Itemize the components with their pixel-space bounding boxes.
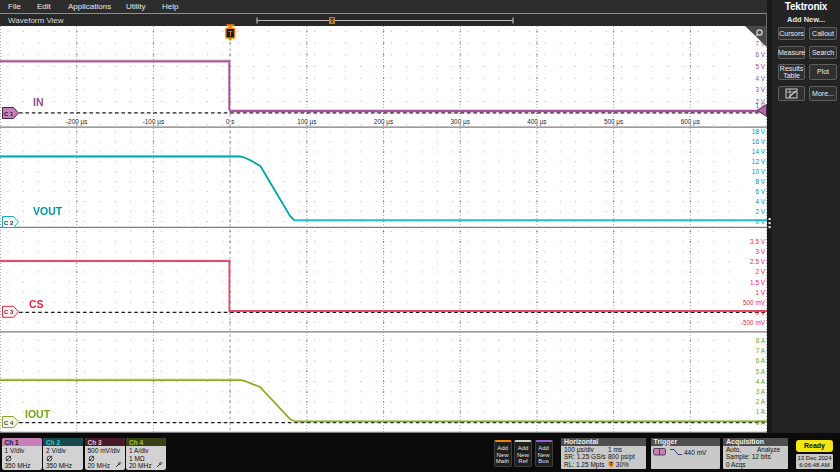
svg-text:1 A: 1 A	[756, 408, 766, 415]
svg-text:18 V: 18 V	[752, 128, 766, 135]
svg-text:VOUT: VOUT	[33, 205, 63, 217]
svg-text:IN: IN	[33, 96, 44, 108]
svg-text:8 A: 8 A	[756, 337, 766, 344]
svg-text:T: T	[610, 461, 613, 466]
svg-text:7 A: 7 A	[756, 347, 766, 354]
svg-text:4 V: 4 V	[755, 198, 765, 205]
svg-text:10 V: 10 V	[752, 168, 766, 175]
svg-text:4 V: 4 V	[755, 75, 765, 82]
svg-text:500 mV: 500 mV	[743, 299, 766, 306]
svg-text:6 V: 6 V	[755, 188, 765, 195]
svg-text:16 V: 16 V	[752, 138, 766, 145]
svg-text:14 V: 14 V	[752, 148, 766, 155]
svg-text:12 V: 12 V	[752, 158, 766, 165]
svg-text:2 A: 2 A	[756, 398, 766, 405]
svg-text:-100 µs: -100 µs	[143, 118, 164, 126]
svg-text:C 4: C 4	[4, 420, 14, 426]
svg-text:440 mV: 440 mV	[684, 449, 707, 456]
svg-text:500 µs: 500 µs	[604, 118, 623, 126]
svg-text:C 3: C 3	[4, 309, 14, 315]
svg-text:6 V: 6 V	[755, 51, 765, 58]
svg-text:0 s: 0 s	[226, 118, 235, 125]
svg-text:4 A: 4 A	[756, 378, 766, 385]
svg-text:200 µs: 200 µs	[374, 118, 393, 126]
svg-text:2.5 V: 2.5 V	[750, 258, 766, 265]
svg-text:1.5 V: 1.5 V	[750, 279, 766, 286]
svg-text:2 V: 2 V	[755, 268, 765, 275]
svg-text:300 µs: 300 µs	[451, 118, 470, 126]
svg-text:3 A: 3 A	[756, 388, 766, 395]
svg-text:T: T	[330, 17, 334, 24]
svg-text:8 V: 8 V	[755, 178, 765, 185]
svg-text:C 1: C 1	[4, 111, 14, 117]
svg-text:3.5 V: 3.5 V	[750, 238, 766, 245]
svg-text:6 A: 6 A	[756, 357, 766, 364]
svg-text:CS: CS	[29, 298, 44, 310]
svg-text:400 µs: 400 µs	[527, 118, 546, 126]
svg-text:5 A: 5 A	[756, 368, 766, 375]
svg-text:1 V: 1 V	[755, 289, 765, 296]
svg-text:2 V: 2 V	[755, 208, 765, 215]
svg-text:IOUT: IOUT	[25, 408, 51, 420]
svg-text:3 V: 3 V	[755, 86, 765, 93]
svg-text:T: T	[228, 30, 233, 37]
svg-text:100 µs: 100 µs	[297, 118, 316, 126]
svg-text:-200 µs: -200 µs	[66, 118, 87, 126]
svg-text:5 V: 5 V	[755, 63, 765, 70]
svg-text:-500 mV: -500 mV	[741, 319, 766, 326]
svg-text:0 V: 0 V	[755, 309, 765, 316]
svg-text:600 µs: 600 µs	[681, 118, 700, 126]
svg-text:C 2: C 2	[4, 220, 14, 226]
svg-text:3 V: 3 V	[755, 248, 765, 255]
